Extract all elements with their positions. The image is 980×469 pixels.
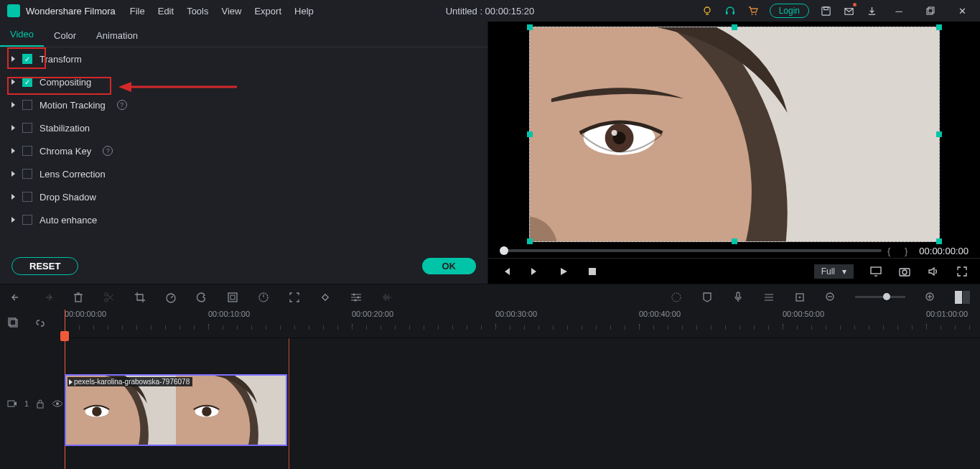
tab-color[interactable]: Color	[44, 24, 86, 47]
ruler-mark: 00:00:40:00	[639, 310, 681, 318]
snapshot-icon[interactable]	[898, 265, 911, 278]
transform-handle[interactable]	[527, 238, 533, 244]
record-voice-icon[interactable]	[732, 291, 744, 303]
prev-frame-icon[interactable]	[500, 265, 513, 278]
zoom-slider[interactable]	[855, 296, 905, 298]
delete-icon[interactable]	[72, 291, 84, 303]
split-icon[interactable]	[103, 291, 115, 303]
greenscreen-icon[interactable]	[226, 291, 238, 303]
headphones-icon[interactable]	[724, 4, 737, 17]
keyframe-diamond-icon[interactable]	[319, 291, 331, 303]
section-checkbox[interactable]	[22, 123, 32, 133]
window-maximize-icon[interactable]	[920, 6, 941, 15]
fullscreen-icon[interactable]	[956, 265, 969, 278]
timeline-link-icon[interactable]	[34, 317, 46, 329]
track-video-icon[interactable]	[7, 398, 17, 410]
mixer-icon[interactable]	[762, 291, 775, 303]
section-chroma-key[interactable]: Chroma Key?	[0, 139, 487, 162]
redo-icon[interactable]	[41, 291, 53, 303]
menu-file[interactable]: File	[130, 6, 145, 17]
zoom-in-icon[interactable]	[924, 291, 936, 303]
mark-brackets[interactable]: { }	[887, 246, 913, 256]
transform-handle[interactable]	[936, 24, 942, 30]
section-transform[interactable]: ✓Transform	[0, 47, 487, 70]
audio-icon[interactable]	[381, 291, 393, 303]
detect-icon[interactable]	[288, 291, 300, 303]
track-lock-icon[interactable]	[36, 398, 45, 410]
download-icon[interactable]	[865, 4, 878, 17]
crop-icon[interactable]	[134, 291, 146, 303]
transform-handle[interactable]	[936, 131, 942, 137]
mail-icon[interactable]	[842, 4, 855, 17]
help-icon[interactable]: ?	[117, 100, 127, 110]
svg-point-69	[202, 407, 211, 416]
section-label: Motion Tracking	[39, 100, 106, 111]
help-icon[interactable]: ?	[103, 146, 113, 156]
section-compositing[interactable]: ✓Compositing	[0, 70, 487, 93]
transform-handle[interactable]	[936, 238, 942, 244]
speed-icon[interactable]	[164, 291, 177, 303]
preview-scrubber[interactable]	[500, 249, 882, 252]
timeline-clip[interactable]: pexels-karolina-grabowska-7976078	[65, 374, 287, 446]
section-checkbox[interactable]: ✓	[22, 54, 32, 64]
display-icon[interactable]	[869, 265, 882, 278]
section-checkbox[interactable]: ✓	[22, 77, 32, 87]
transform-handle[interactable]	[527, 24, 533, 30]
ok-button[interactable]: OK	[422, 258, 477, 274]
login-button[interactable]: Login	[770, 4, 809, 18]
menu-view[interactable]: View	[221, 6, 241, 17]
preview-canvas[interactable]	[529, 27, 940, 242]
transform-handle[interactable]	[527, 131, 533, 137]
adjust-icon[interactable]	[350, 291, 362, 303]
reset-button[interactable]: RESET	[11, 257, 78, 275]
svg-rect-20	[589, 268, 596, 275]
transform-handle[interactable]	[732, 238, 737, 244]
menu-help[interactable]: Help	[294, 6, 314, 17]
menu-export[interactable]: Export	[254, 6, 281, 17]
timeline: 00:00:00:0000:00:10:0000:00:20:0000:00:3…	[0, 310, 980, 469]
caret-right-icon	[11, 171, 15, 177]
section-auto-enhance[interactable]: Auto enhance	[0, 208, 487, 231]
timeline-ruler[interactable]: 00:00:00:0000:00:10:0000:00:20:0000:00:3…	[65, 310, 980, 338]
section-checkbox[interactable]	[22, 215, 32, 225]
render-icon[interactable]	[670, 291, 682, 303]
ruler-mark: 00:01:00:00	[926, 310, 968, 318]
section-stabilization[interactable]: Stabilization	[0, 116, 487, 139]
tab-animation[interactable]: Animation	[86, 24, 148, 47]
keyframe-circle-icon[interactable]	[257, 291, 269, 303]
section-motion-tracking[interactable]: Motion Tracking?	[0, 93, 487, 116]
section-checkbox[interactable]	[22, 192, 32, 202]
menu-edit[interactable]: Edit	[158, 6, 174, 17]
undo-icon[interactable]	[10, 291, 22, 303]
section-drop-shadow[interactable]: Drop Shadow	[0, 185, 487, 208]
save-icon[interactable]	[819, 4, 832, 17]
menu-tools[interactable]: Tools	[187, 6, 208, 17]
stop-icon[interactable]	[586, 265, 599, 278]
clip-end-marker	[289, 338, 289, 469]
color-icon[interactable]	[195, 291, 207, 303]
play-icon[interactable]	[557, 265, 570, 278]
track-index: 1	[24, 399, 29, 408]
section-checkbox[interactable]	[22, 146, 32, 156]
section-lens-correction[interactable]: Lens Correction	[0, 162, 487, 185]
marker-icon[interactable]	[793, 291, 806, 303]
timeline-pin-icon[interactable]	[7, 317, 19, 329]
svg-rect-58	[37, 403, 43, 408]
lightbulb-icon[interactable]	[701, 4, 714, 17]
track-view-toggle[interactable]	[955, 291, 970, 304]
zoom-out-icon[interactable]	[824, 291, 836, 303]
window-minimize-icon[interactable]: ─	[888, 6, 910, 17]
marker-shield-icon[interactable]	[701, 291, 713, 303]
track-visibility-icon[interactable]	[52, 398, 63, 410]
section-checkbox[interactable]	[22, 169, 32, 179]
app-logo-icon	[7, 4, 20, 17]
cart-icon[interactable]	[747, 4, 760, 17]
transform-handle[interactable]	[732, 24, 737, 30]
window-close-icon[interactable]: ✕	[951, 6, 973, 17]
next-frame-icon[interactable]	[528, 265, 541, 278]
svg-rect-44	[737, 292, 739, 298]
quality-select[interactable]: Full▾	[814, 264, 854, 279]
volume-icon[interactable]	[927, 265, 940, 278]
tab-video[interactable]: Video	[0, 23, 44, 47]
section-checkbox[interactable]	[22, 100, 32, 110]
